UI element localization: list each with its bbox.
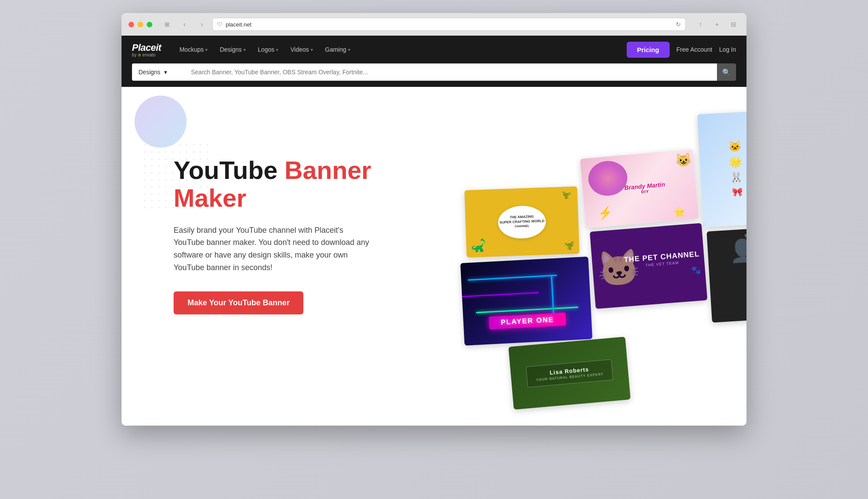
hero-description: Easily brand your YouTube channel with P… bbox=[174, 224, 373, 274]
hero-section: YouTube Banner Maker Easily brand your Y… bbox=[122, 87, 746, 426]
hero-title: YouTube Banner Maker bbox=[174, 156, 373, 212]
add-tab-button[interactable]: + bbox=[711, 18, 723, 30]
search-category-dropdown[interactable]: Designs ▾ bbox=[132, 63, 184, 81]
tabs-overview-button[interactable]: ⊟ bbox=[727, 18, 740, 30]
search-icon: 🔍 bbox=[722, 68, 731, 76]
logo-envato: by ⊕ envato bbox=[132, 53, 161, 57]
banner-sneakers: SNEAKE... 👤 bbox=[707, 227, 746, 322]
banner-pastel-blue: 🐱 🌟 🐰 🎀 bbox=[697, 111, 746, 227]
chevron-down-icon: ▾ bbox=[348, 47, 350, 52]
search-input[interactable] bbox=[184, 63, 717, 81]
banner-collage: 🦕 🦖 🦖 THE AMAZINGSuper Crafting WorldCHA… bbox=[460, 113, 746, 417]
hero-title-black: YouTube bbox=[174, 156, 285, 184]
logo[interactable]: Placeit by ⊕ envato bbox=[132, 42, 161, 57]
pricing-button[interactable]: Pricing bbox=[627, 42, 670, 58]
chevron-down-icon: ▾ bbox=[243, 47, 246, 52]
search-category-label: Designs bbox=[138, 69, 161, 76]
nav-item-logos[interactable]: Logos ▾ bbox=[253, 43, 283, 56]
chevron-down-icon: ▾ bbox=[311, 47, 313, 52]
browser-controls: ⊞ ‹ › bbox=[161, 18, 208, 30]
browser-actions: ↑ + ⊟ bbox=[694, 18, 740, 30]
browser-window: ⊞ ‹ › 🛡 placeit.net ↻ ↑ + ⊟ Placeit by ⊕ bbox=[122, 13, 746, 426]
banner-pet-channel: 🐱 THE PET CHANNEL THE VET TEAM 🐾 bbox=[590, 223, 707, 309]
collage-wrap: 🦕 🦖 🦖 THE AMAZINGSuper Crafting WorldCHA… bbox=[450, 103, 746, 426]
banner-player-one: PLAYER ONE bbox=[460, 257, 593, 346]
site-content: Placeit by ⊕ envato Mockups ▾ Designs ▾ … bbox=[122, 36, 746, 426]
banner-lisa-roberts: Lisa Roberts YOUR NATURAL BEAUTY EXPERT bbox=[508, 337, 631, 410]
chevron-down-icon: ▾ bbox=[205, 47, 207, 52]
free-account-button[interactable]: Free Account bbox=[677, 46, 713, 53]
refresh-icon[interactable]: ↻ bbox=[676, 21, 681, 28]
chevron-down-icon: ▾ bbox=[276, 47, 278, 52]
nav-item-gaming[interactable]: Gaming ▾ bbox=[320, 43, 355, 56]
traffic-lights bbox=[128, 22, 152, 27]
nav-item-videos[interactable]: Videos ▾ bbox=[285, 43, 318, 56]
url-text: placeit.net bbox=[226, 21, 251, 28]
security-icon: 🛡 bbox=[217, 21, 222, 27]
nav-item-mockups[interactable]: Mockups ▾ bbox=[174, 43, 213, 56]
banner-yellow-dino: 🦕 🦖 🦖 THE AMAZINGSuper Crafting WorldCHA… bbox=[464, 186, 579, 258]
logo-placeit: Placeit bbox=[132, 42, 161, 53]
sidebar-toggle-button[interactable]: ⊞ bbox=[161, 18, 173, 30]
make-banner-button[interactable]: Make Your YouTube Banner bbox=[174, 291, 303, 314]
chevron-down-icon: ▾ bbox=[164, 69, 167, 76]
nav-menu: Mockups ▾ Designs ▾ Logos ▾ Videos ▾ bbox=[174, 43, 626, 56]
forward-button[interactable]: › bbox=[196, 18, 208, 30]
login-button[interactable]: Log In bbox=[719, 46, 736, 53]
share-button[interactable]: ↑ bbox=[694, 18, 707, 30]
close-button[interactable] bbox=[128, 22, 134, 27]
maximize-button[interactable] bbox=[147, 22, 152, 27]
nav-item-designs[interactable]: Designs ▾ bbox=[214, 43, 251, 56]
back-button[interactable]: ‹ bbox=[178, 18, 191, 30]
banner-pink-brandy: 😺 ⚡ ⭐ Brandy Martin DIY bbox=[580, 149, 698, 228]
search-bar-container: Designs ▾ 🔍 bbox=[122, 63, 746, 87]
address-bar[interactable]: 🛡 placeit.net ↻ bbox=[212, 18, 686, 31]
browser-titlebar: ⊞ ‹ › 🛡 placeit.net ↻ ↑ + ⊟ bbox=[122, 13, 746, 36]
hero-content: YouTube Banner Maker Easily brand your Y… bbox=[122, 87, 425, 340]
minimize-button[interactable] bbox=[138, 22, 143, 27]
nav-right: Pricing Free Account Log In bbox=[627, 42, 736, 58]
navbar: Placeit by ⊕ envato Mockups ▾ Designs ▾ … bbox=[122, 36, 746, 63]
search-button[interactable]: 🔍 bbox=[717, 63, 736, 81]
